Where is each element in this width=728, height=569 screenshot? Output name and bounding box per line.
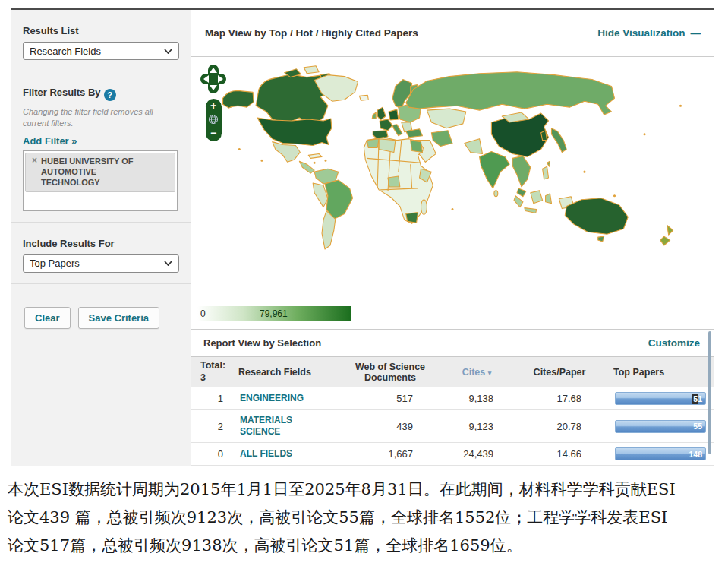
map-controls: + − <box>200 65 226 141</box>
results-list-selected-value: Research Fields <box>30 46 101 57</box>
table-row: 2 MATERIALS SCIENCE 439 9,123 20.78 55 <box>191 410 714 443</box>
cites-per-paper-value: 20.78 <box>515 416 604 437</box>
documents-value: 439 <box>342 416 439 437</box>
report-header: Report View by Selection Customize <box>191 330 714 356</box>
cites-per-paper-value: 14.66 <box>515 444 604 464</box>
customize-link[interactable]: Customize <box>648 337 700 349</box>
results-list-label: Results List <box>23 25 180 36</box>
filter-note: Changing the filter field removes all cu… <box>23 106 175 129</box>
cites-value: 9,138 <box>439 388 515 409</box>
field-link[interactable]: MATERIALS SCIENCE <box>234 410 342 442</box>
include-results-select[interactable]: Top Papers <box>23 254 179 273</box>
filter-chip[interactable]: × HUBEI UNIVERSITY OF AUTOMOTIVE TECHNOL… <box>25 153 175 192</box>
zoom-out-icon[interactable]: − <box>210 128 216 138</box>
column-header-top-papers: Top Papers <box>604 364 709 381</box>
help-icon[interactable]: ? <box>104 89 116 101</box>
top-papers-value: 51 <box>693 394 702 403</box>
legend-max-value: 79,961 <box>260 308 288 319</box>
field-link[interactable]: ENGINEERING <box>234 388 342 409</box>
results-list-select[interactable]: Research Fields <box>23 42 179 60</box>
summary-line: 本次ESI数据统计周期为2015年1月1日至2025年8月31日。在此期间，材料… <box>8 476 726 504</box>
documents-value: 1,667 <box>342 444 439 464</box>
summary-line: 论文439 篇，总被引频次9123次，高被引论文55篇，全球排名1552位；工程… <box>8 504 726 532</box>
add-filter-link[interactable]: Add Filter » <box>23 135 180 147</box>
include-results-selected-value: Top Papers <box>30 258 80 269</box>
remove-filter-icon[interactable]: × <box>32 156 37 188</box>
column-header-documents: Web of Science Documents <box>342 359 439 386</box>
pan-control[interactable] <box>200 65 226 93</box>
row-rank: 1 <box>191 388 234 409</box>
report-title: Report View by Selection <box>203 337 321 349</box>
field-link[interactable]: ALL FIELDS <box>234 444 342 464</box>
total-count: Total: 3 <box>191 357 234 387</box>
chevron-down-icon <box>164 261 172 266</box>
top-papers-bar[interactable]: 51 <box>615 392 706 405</box>
hide-visualization-link[interactable]: Hide Visualization — <box>597 27 700 39</box>
map-area: + − 0 79,961 <box>191 57 714 329</box>
zoom-control[interactable]: + − <box>206 99 222 141</box>
active-filters-list: × HUBEI UNIVERSITY OF AUTOMOTIVE TECHNOL… <box>23 150 178 211</box>
sidebar: Results List Research Fields Filter Resu… <box>11 10 191 466</box>
filter-chip-label: HUBEI UNIVERSITY OF AUTOMOTIVE TECHNOLOG… <box>41 156 149 188</box>
zoom-in-icon[interactable]: + <box>210 101 216 110</box>
legend-min-value: 0 <box>200 308 206 319</box>
map-view-title: Map View by Top / Hot / Highly Cited Pap… <box>205 27 418 39</box>
chevron-down-icon <box>164 49 172 54</box>
row-rank: 2 <box>191 416 234 437</box>
globe-icon[interactable] <box>208 114 219 125</box>
sort-desc-icon: ▾ <box>488 369 492 377</box>
visualization-panel: Map View by Top / Hot / Highly Cited Pap… <box>191 10 714 466</box>
esi-visualization-widget: Results List Research Fields Filter Resu… <box>11 8 714 466</box>
include-results-section: Include Results For Top Papers <box>11 223 191 284</box>
table-scrollbar[interactable] <box>708 331 711 454</box>
cites-value: 9,123 <box>439 416 515 437</box>
cites-value: 24,439 <box>439 444 515 464</box>
esi-summary-text: 本次ESI数据统计周期为2015年1月1日至2025年8月31日。在此期间，材料… <box>8 476 726 560</box>
cites-per-paper-value: 17.68 <box>515 388 604 409</box>
collapse-icon: — <box>691 27 701 39</box>
table-row: 1 ENGINEERING 517 9,138 17.68 51 <box>191 387 714 410</box>
column-header-cites-per-paper: Cites/Paper <box>515 364 604 381</box>
save-criteria-button[interactable]: Save Criteria <box>78 307 160 329</box>
include-results-label: Include Results For <box>23 238 180 249</box>
world-map[interactable] <box>194 58 712 305</box>
actions-section: Clear Save Criteria <box>11 284 191 340</box>
top-papers-value: 148 <box>689 450 702 459</box>
clear-button[interactable]: Clear <box>24 307 71 329</box>
top-papers-bar[interactable]: 55 <box>615 420 706 433</box>
column-header-cites[interactable]: Cites ▾ <box>439 364 515 381</box>
column-header-research-fields: Research Fields <box>234 364 342 381</box>
filter-title: Filter Results By? <box>23 87 180 101</box>
documents-value: 517 <box>342 388 439 409</box>
table-row: 0 ALL FIELDS 1,667 24,439 14.66 148 <box>191 443 714 466</box>
row-rank: 0 <box>191 444 234 464</box>
top-papers-bar[interactable]: 148 <box>615 447 706 460</box>
filter-section: Filter Results By? Changing the filter f… <box>11 71 191 223</box>
map-color-legend: 0 79,961 <box>197 306 351 321</box>
summary-line: 论文517篇，总被引频次9138次，高被引论文51篇，全球排名1659位。 <box>8 532 726 560</box>
table-header-row: Total: 3 Research Fields Web of Science … <box>191 356 714 387</box>
results-list-section: Results List Research Fields <box>11 10 191 71</box>
top-papers-value: 55 <box>693 422 702 431</box>
report-section: Report View by Selection Customize Total… <box>191 329 714 466</box>
visualization-header: Map View by Top / Hot / Highly Cited Pap… <box>191 10 714 57</box>
